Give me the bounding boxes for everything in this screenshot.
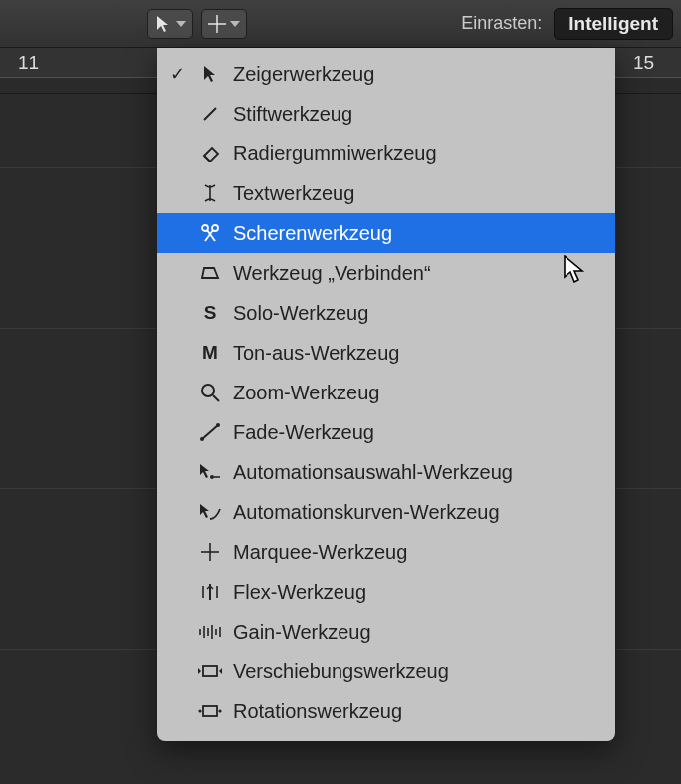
menu-item[interactable]: Textwerkzeug	[157, 173, 615, 213]
menu-item[interactable]: Werkzeug „Verbinden“	[157, 253, 615, 293]
menu-item[interactable]: Rotationswerkzeug	[157, 691, 615, 731]
S-icon: S	[197, 302, 223, 324]
menu-item[interactable]: Gain-Werkzeug	[157, 612, 615, 652]
menu-item-label: Marquee-Werkzeug	[233, 541, 407, 564]
menu-item[interactable]: SSolo-Werkzeug	[157, 293, 615, 333]
svg-line-10	[202, 425, 218, 439]
chevron-down-icon	[176, 21, 186, 27]
svg-point-12	[216, 423, 220, 427]
marquee-icon	[208, 15, 226, 33]
menu-item-label: Automationskurven-Werkzeug	[233, 501, 500, 524]
menu-item[interactable]: MTon-aus-Werkzeug	[157, 333, 615, 373]
menu-item[interactable]: Radiergummiwerkzeug	[157, 133, 615, 173]
menu-item[interactable]: Fade-Werkzeug	[157, 412, 615, 452]
pointer-icon	[154, 15, 172, 33]
left-tool-button[interactable]	[147, 9, 193, 39]
menu-item-label: Verschiebungswerkzeug	[233, 660, 449, 683]
menu-item[interactable]: Automationskurven-Werkzeug	[157, 492, 615, 532]
menu-item[interactable]: Marquee-Werkzeug	[157, 532, 615, 572]
glue-icon	[197, 264, 223, 282]
rotate-icon	[197, 703, 223, 719]
right-tool-button[interactable]	[201, 9, 247, 39]
M-icon: M	[197, 342, 223, 364]
svg-point-13	[210, 475, 214, 479]
menu-item-label: Radiergummiwerkzeug	[233, 142, 437, 165]
snap-value[interactable]: Intelligent	[554, 8, 673, 40]
svg-line-2	[204, 108, 216, 120]
menu-item-label: Stiftwerkzeug	[233, 103, 352, 126]
menu-item[interactable]: Zoom-Werkzeug	[157, 373, 615, 412]
menu-item-label: Gain-Werkzeug	[233, 621, 371, 644]
menu-item[interactable]: ✓Zeigerwerkzeug	[157, 54, 615, 94]
pencil-icon	[197, 105, 223, 123]
snap-label: Einrasten:	[461, 13, 542, 34]
flex-icon	[197, 583, 223, 601]
menu-item-label: Zeigerwerkzeug	[233, 63, 374, 86]
menu-item-label: Ton-aus-Werkzeug	[233, 342, 399, 365]
pointer-icon	[197, 65, 223, 83]
svg-point-29	[218, 709, 221, 712]
menu-item-label: Automationsauswahl-Werkzeug	[233, 461, 513, 484]
svg-line-9	[213, 395, 219, 401]
autosel-icon	[197, 463, 223, 481]
toolbar: Einrasten: Intelligent	[0, 0, 681, 48]
chevron-down-icon	[230, 21, 240, 27]
fade-icon	[197, 423, 223, 441]
svg-point-8	[202, 385, 214, 396]
menu-item[interactable]: Automationsauswahl-Werkzeug	[157, 452, 615, 492]
menu-item[interactable]: Scherenwerkzeug	[157, 213, 615, 253]
svg-rect-27	[203, 706, 217, 716]
text-icon	[197, 183, 223, 203]
ruler-mark: 15	[633, 52, 654, 74]
menu-item-label: Flex-Werkzeug	[233, 581, 366, 604]
marquee-icon	[197, 543, 223, 561]
menu-item-label: Zoom-Werkzeug	[233, 382, 379, 404]
checkmark-icon: ✓	[167, 63, 187, 85]
shift-icon	[197, 663, 223, 679]
menu-item[interactable]: Verschiebungswerkzeug	[157, 652, 615, 691]
ruler-mark: 11	[18, 52, 39, 74]
menu-item[interactable]: Stiftwerkzeug	[157, 94, 615, 133]
scissors-icon	[197, 223, 223, 243]
eraser-icon	[197, 144, 223, 162]
menu-item-label: Werkzeug „Verbinden“	[233, 262, 431, 285]
menu-item-label: Textwerkzeug	[233, 182, 354, 205]
autocurve-icon	[197, 503, 223, 521]
menu-item-label: Rotationswerkzeug	[233, 700, 402, 723]
svg-rect-26	[203, 666, 217, 676]
menu-item-label: Fade-Werkzeug	[233, 421, 374, 444]
zoom-icon	[197, 383, 223, 402]
gain-icon	[197, 623, 223, 641]
menu-item-label: Solo-Werkzeug	[233, 302, 368, 325]
svg-point-28	[198, 709, 201, 712]
tool-menu[interactable]: ✓ZeigerwerkzeugStiftwerkzeugRadiergummiw…	[157, 48, 615, 741]
menu-item-label: Scherenwerkzeug	[233, 222, 392, 245]
svg-point-11	[200, 437, 204, 441]
menu-item[interactable]: Flex-Werkzeug	[157, 572, 615, 612]
